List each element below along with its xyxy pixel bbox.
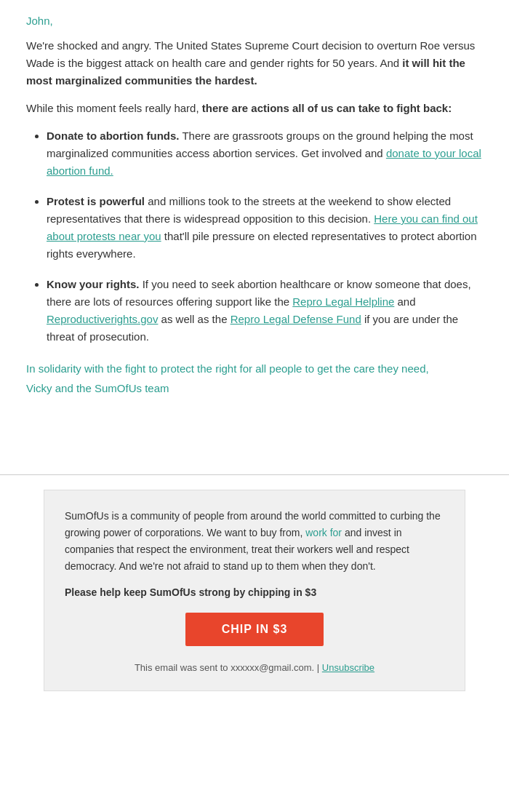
action3-text3: as well as the	[158, 313, 230, 325]
list-item: Donate to abortion funds. There are gras…	[47, 127, 483, 180]
repro-rights-link[interactable]: Reproductiverights.gov	[47, 313, 158, 325]
action2-title: Protest is powerful	[47, 195, 145, 207]
list-item: Protest is powerful and millions took to…	[47, 193, 483, 263]
signature-text: Vicky and the SumOfUs team	[26, 382, 483, 394]
solidarity-text: In solidarity with the fight to protect …	[26, 360, 483, 378]
chip-in-button[interactable]: CHIP IN $3	[185, 613, 324, 646]
action3-title: Know your rights.	[47, 278, 140, 290]
section-divider	[0, 474, 509, 475]
unsubscribe-link[interactable]: Unsubscribe	[322, 662, 374, 673]
intro-paragraph: We're shocked and angry. The United Stat…	[26, 37, 483, 89]
actions-list: Donate to abortion funds. There are gras…	[26, 127, 483, 346]
footer-about: SumOfUs is a community of people from ar…	[65, 508, 444, 575]
footer-highlight-work: work for	[305, 527, 342, 538]
footer-cta-text: Please help keep SumOfUs strong by chipp…	[65, 586, 444, 598]
repro-defense-link[interactable]: Repro Legal Defense Fund	[231, 313, 361, 325]
footer-email-line: This email was sent to xxxxxx@gmail.com.…	[65, 662, 444, 673]
footer-email-text: This email was sent to xxxxxx@gmail.com.…	[135, 662, 322, 673]
moment-text-1: While this moment feels really hard,	[26, 102, 202, 114]
footer-section: SumOfUs is a community of people from ar…	[44, 490, 465, 691]
action3-text2: and	[394, 295, 415, 308]
list-item: Know your rights. If you need to seek ab…	[47, 276, 483, 346]
action1-title: Donate to abortion funds.	[47, 130, 179, 142]
greeting: John,	[26, 15, 483, 27]
moment-paragraph: While this moment feels really hard, the…	[26, 100, 483, 117]
repro-legal-link[interactable]: Repro Legal Helpline	[292, 295, 394, 308]
email-body: John, We're shocked and angry. The Unite…	[0, 0, 509, 474]
moment-bold: there are actions all of us can take to …	[202, 102, 452, 114]
chip-button-container: CHIP IN $3	[65, 613, 444, 646]
